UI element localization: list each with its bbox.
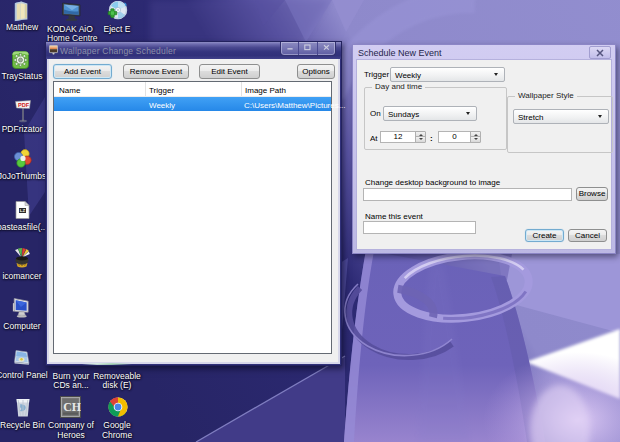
svg-text:PDF: PDF xyxy=(18,102,30,108)
svg-text:LZ: LZ xyxy=(20,208,26,213)
svg-text:CH: CH xyxy=(63,400,81,414)
